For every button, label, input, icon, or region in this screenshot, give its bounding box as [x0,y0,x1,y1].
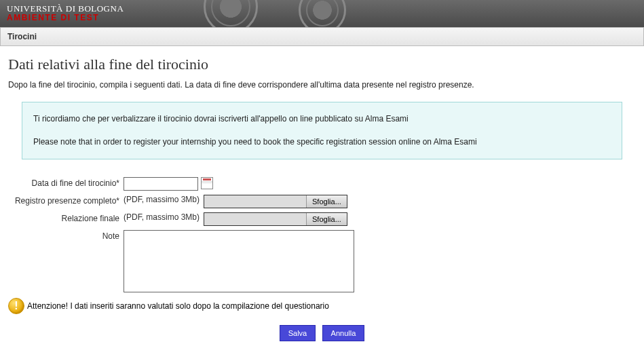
warning-text: Attenzione! I dati inseriti saranno valu… [27,301,329,311]
report-browse-button[interactable]: Sfoglia... [306,213,347,225]
breadcrumb-item[interactable]: Tirocini [7,32,37,41]
notice-line-it: Ti ricordiamo che per verbalizzare il ti… [33,112,611,127]
calendar-icon[interactable] [201,177,213,189]
report-file-display [204,213,306,225]
notes-label: Note [8,230,124,292]
report-file-field: Sfoglia... [204,212,347,226]
end-date-input[interactable] [124,177,198,191]
gear-decoration [299,0,346,27]
form: Data di fine del tirocinio* Registro pre… [8,177,636,292]
save-button[interactable]: Salva [280,325,316,341]
breadcrumb[interactable]: Tirocini [0,27,644,46]
gear-decoration [204,0,258,27]
warning-row: ! Attenzione! I dati inseriti saranno va… [8,298,636,314]
main-content: Dati relativi alla fine del tirocinio Do… [0,46,644,355]
file-hint: (PDF, massimo 3Mb) [124,212,200,222]
notes-textarea[interactable] [124,230,354,292]
cancel-button[interactable]: Annulla [322,325,365,341]
warning-icon: ! [8,298,24,314]
info-notice: Ti ricordiamo che per verbalizzare il ti… [22,102,622,159]
attendance-register-label: Registro presenze completo* [8,195,124,208]
end-date-label: Data di fine del tirocinio* [8,177,124,191]
page-title: Dati relativi alla fine del tirocinio [8,56,636,73]
attendance-browse-button[interactable]: Sfoglia... [306,195,347,208]
final-report-label: Relazione finale [8,212,124,226]
intro-text: Dopo la fine del tirocinio, compila i se… [8,80,636,90]
file-hint: (PDF, massimo 3Mb) [124,195,200,204]
notice-line-en: Please note that in order to register yo… [33,135,611,150]
attendance-file-field: Sfoglia... [204,195,347,208]
button-row: Salva Annulla [8,325,636,341]
top-header: UNIVERSITÀ DI BOLOGNA AMBIENTE DI TEST [0,0,644,27]
attendance-file-display [204,195,306,208]
